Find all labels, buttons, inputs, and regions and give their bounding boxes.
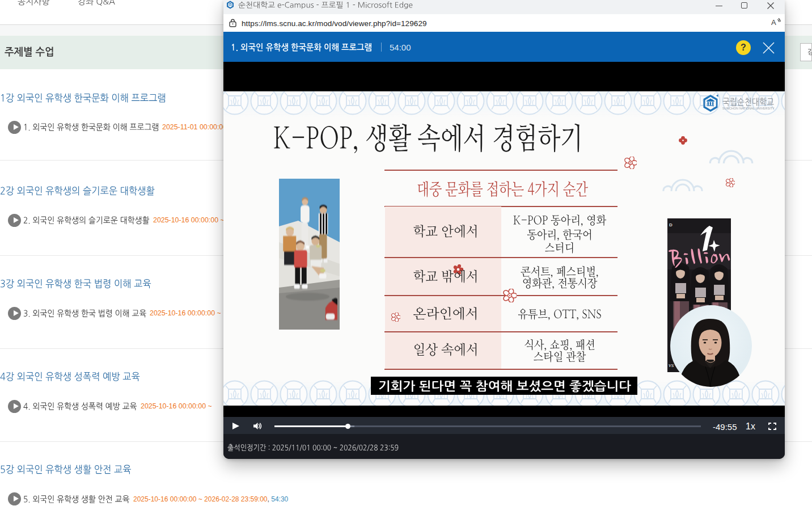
svg-text:A: A [771,18,776,27]
svg-text:D: D [669,222,673,227]
